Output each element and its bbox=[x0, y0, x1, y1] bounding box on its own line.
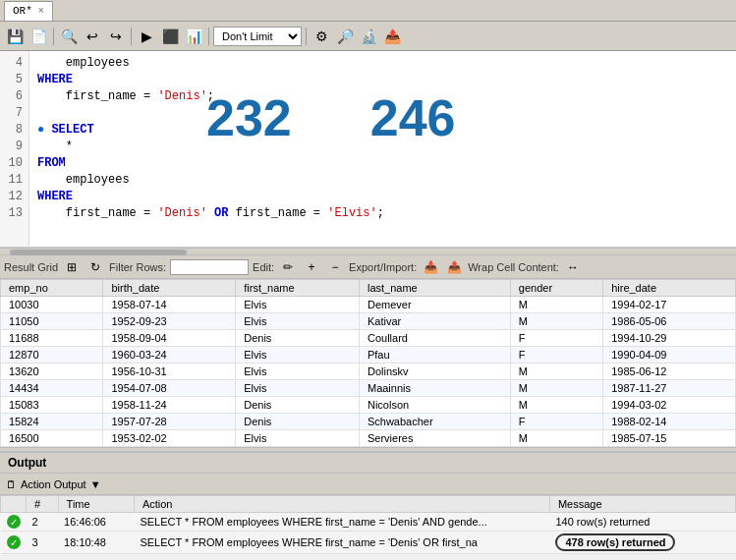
row-time: 16:46:06 bbox=[58, 513, 134, 532]
new-button[interactable]: 📄 bbox=[28, 26, 49, 47]
explain-button[interactable]: 📊 bbox=[183, 26, 204, 47]
row-num: 3 bbox=[27, 532, 59, 554]
import-button[interactable]: 📥 bbox=[421, 258, 440, 276]
code-line-13: first_name = 'Denis' OR first_name = 'El… bbox=[37, 205, 728, 222]
col-hire-date[interactable]: hire_date bbox=[603, 280, 736, 297]
output-header-row: # Time Action Message bbox=[1, 496, 736, 513]
sql-editor[interactable]: 4 5 6 7 8 9 10 11 12 13 employees WHERE … bbox=[0, 51, 736, 248]
edit-button1[interactable]: ✏ bbox=[278, 258, 298, 276]
data-table: emp_no birth_date first_name last_name g… bbox=[0, 279, 736, 447]
limit-select[interactable]: Don't Limit1000 rows200 rows50 rows bbox=[213, 27, 302, 46]
tab-bar: OR* × bbox=[0, 0, 736, 22]
action-output-icon: 🗒 bbox=[6, 478, 17, 490]
row-message: 478 row(s) returned bbox=[549, 532, 735, 554]
output-header: Output bbox=[0, 453, 736, 474]
run-button[interactable]: ▶ bbox=[136, 26, 157, 47]
action-output-dropdown[interactable]: ▼ bbox=[90, 478, 101, 490]
col-num[interactable]: # bbox=[27, 496, 59, 513]
code-area[interactable]: employees WHERE first_name = 'Denis'; ● … bbox=[29, 51, 736, 247]
main-toolbar: 💾 📄 🔍 ↩ ↪ ▶ ⬛ 📊 Don't Limit1000 rows200 … bbox=[0, 22, 736, 51]
format-button[interactable]: ⚙ bbox=[311, 26, 332, 47]
filter-input[interactable] bbox=[170, 259, 249, 275]
export-button[interactable]: 📤 bbox=[381, 26, 403, 47]
tab-close-button[interactable]: × bbox=[38, 6, 44, 17]
col-action[interactable]: Action bbox=[134, 496, 549, 513]
code-line-10: FROM bbox=[37, 155, 728, 172]
action-output-label: Action Output bbox=[21, 478, 86, 490]
row-message: 140 row(s) returned bbox=[549, 513, 735, 532]
row-time: 18:10:48 bbox=[58, 532, 134, 554]
code-line-7 bbox=[37, 105, 728, 122]
edit-button3[interactable]: − bbox=[325, 258, 345, 276]
code-line-12: WHERE bbox=[37, 189, 728, 205]
export-btn[interactable]: 📤 bbox=[444, 258, 464, 276]
edit-button2[interactable]: + bbox=[302, 258, 321, 276]
table-row[interactable]: 150831958-11-24DenisNicolsonM1994-03-02 bbox=[1, 397, 736, 414]
output-row[interactable]: ✓318:10:48SELECT * FROM employees WHERE … bbox=[1, 532, 736, 554]
sep3 bbox=[208, 28, 209, 45]
line-numbers: 4 5 6 7 8 9 10 11 12 13 bbox=[0, 51, 29, 247]
status-icon: ✓ bbox=[7, 515, 21, 529]
search-button[interactable]: 🔍 bbox=[58, 26, 80, 47]
table-row[interactable]: 128701960-03-24ElvisPfauF1990-04-09 bbox=[1, 347, 736, 364]
col-message[interactable]: Message bbox=[549, 496, 735, 513]
table-row[interactable]: 136201956-10-31ElvisDolinskvM1985-06-12 bbox=[1, 364, 736, 380]
code-line-11: employees bbox=[37, 172, 728, 189]
row-num: 2 bbox=[27, 513, 59, 532]
status-icon: ✓ bbox=[7, 535, 21, 549]
col-status bbox=[1, 496, 27, 513]
row-action: SELECT * FROM employees WHERE first_name… bbox=[134, 532, 549, 554]
grid-refresh-button[interactable]: ↻ bbox=[85, 258, 105, 276]
editor-scrollbar[interactable] bbox=[0, 248, 736, 255]
code-line-9: * bbox=[37, 139, 728, 155]
redo-button[interactable]: ↪ bbox=[105, 26, 127, 47]
sql-tab[interactable]: OR* × bbox=[4, 1, 53, 21]
col-first-name[interactable]: first_name bbox=[236, 280, 360, 297]
output-table: # Time Action Message ✓216:46:06SELECT *… bbox=[0, 495, 736, 554]
output-row[interactable]: ✓216:46:06SELECT * FROM employees WHERE … bbox=[1, 513, 736, 532]
col-birth-date[interactable]: birth_date bbox=[103, 280, 236, 297]
table-row[interactable]: 100301958-07-14ElvisDemeverM1994-02-17 bbox=[1, 297, 736, 313]
code-line-8: ● SELECT bbox=[37, 122, 728, 139]
highlighted-message: 478 row(s) returned bbox=[555, 533, 675, 551]
wrap-label: Wrap Cell Content: bbox=[468, 261, 559, 273]
row-action: SELECT * FROM employees WHERE first_name… bbox=[134, 513, 549, 532]
code-line-6: first_name = 'Denis'; bbox=[37, 88, 728, 105]
sep2 bbox=[131, 28, 132, 45]
filter-rows-label: Filter Rows: bbox=[109, 261, 166, 273]
code-line-5: WHERE bbox=[37, 72, 728, 88]
tab-label: OR* bbox=[13, 5, 32, 17]
zoom-button[interactable]: 🔬 bbox=[358, 26, 379, 47]
data-table-container: emp_no birth_date first_name last_name g… bbox=[0, 279, 736, 451]
stop-button[interactable]: ⬛ bbox=[159, 26, 181, 47]
wrap-button[interactable]: ↔ bbox=[563, 258, 583, 276]
undo-button[interactable]: ↩ bbox=[82, 26, 103, 47]
table-row[interactable]: 116881958-09-04DenisCoullardF1994-10-29 bbox=[1, 330, 736, 347]
output-toolbar: 🗒 Action Output ▼ bbox=[0, 474, 736, 495]
sep4 bbox=[306, 28, 307, 45]
col-last-name[interactable]: last_name bbox=[359, 280, 510, 297]
code-line-4: employees bbox=[37, 55, 728, 72]
output-section: Output 🗒 Action Output ▼ # Time Action M… bbox=[0, 451, 736, 554]
table-row[interactable]: 165001953-02-02ElvisServieresM1985-07-15 bbox=[1, 430, 736, 447]
sep1 bbox=[53, 28, 54, 45]
col-gender[interactable]: gender bbox=[510, 280, 602, 297]
table-header-row: emp_no birth_date first_name last_name g… bbox=[1, 280, 736, 297]
table-row[interactable]: 144341954-07-08ElvisMaainnisM1987-11-27 bbox=[1, 380, 736, 397]
table-row[interactable]: 158241957-07-28DenisSchwabacherF1988-02-… bbox=[1, 414, 736, 430]
export-label: Export/Import: bbox=[349, 261, 417, 273]
col-emp-no[interactable]: emp_no bbox=[1, 280, 103, 297]
edit-label: Edit: bbox=[253, 261, 274, 273]
result-grid-label: Result Grid bbox=[4, 261, 58, 273]
grid-view-button[interactable]: ⊞ bbox=[62, 258, 82, 276]
find-button[interactable]: 🔎 bbox=[334, 26, 356, 47]
col-time[interactable]: Time bbox=[58, 496, 134, 513]
result-grid-toolbar: Result Grid ⊞ ↻ Filter Rows: Edit: ✏ + −… bbox=[0, 255, 736, 279]
table-row[interactable]: 110501952-09-23ElvisKativarM1986-05-06 bbox=[1, 313, 736, 330]
save-button[interactable]: 💾 bbox=[4, 26, 26, 47]
